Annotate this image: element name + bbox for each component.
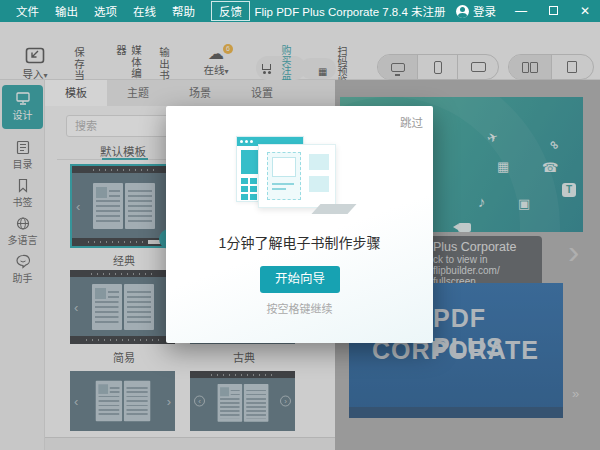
thumb-toolbar-top — [72, 166, 176, 173]
left-sidebar: 设计 目录 书签 多语言 — [0, 80, 45, 450]
template-label-classical: 古典 — [191, 349, 297, 365]
thumb-chevron-left-icon: ‹ — [194, 396, 205, 407]
phone-icon: ☎ — [542, 160, 558, 175]
upload-badge: 6 — [223, 44, 233, 54]
phone-device-icon — [434, 61, 442, 74]
wizard-modal: 跳过 1分钟了解电子书制作步骤 开始向导 按空格键继续 — [166, 106, 433, 343]
image-icon: ▣ — [518, 196, 530, 211]
panel-bottom-strip — [45, 437, 335, 450]
open-book-icon — [522, 62, 538, 73]
tooltip-line: flipbuilder.com/ — [433, 265, 536, 276]
menu-options[interactable]: 选项 — [94, 3, 117, 19]
sidebar-label-assistant: 助手 — [0, 270, 45, 285]
sidebar-label-multilanguage: 多语言 — [0, 232, 45, 247]
thumb-toolbar-bottom — [70, 336, 175, 344]
device-preview-switcher — [377, 54, 499, 80]
text-tool-icon: T — [562, 183, 576, 197]
import-caret-icon: ▾ — [43, 71, 47, 80]
maximize-icon — [549, 6, 558, 15]
menu-bar: 文件 输出 选项 在线 帮助 反馈 — [0, 1, 250, 21]
thumb-book-graphic — [95, 381, 150, 421]
thumb-chevron-left-icon: ‹ — [74, 394, 78, 409]
qr-icon: ▦ — [497, 159, 509, 174]
sidebar-item-design[interactable]: 设计 — [2, 85, 43, 129]
thumb-book-graphic — [217, 384, 268, 422]
window-title: Flip PDF Plus Corporate 7.8.4 未注册 — [240, 3, 460, 19]
cloud-upload-icon: ☁ — [208, 46, 224, 62]
menu-online[interactable]: 在线 — [133, 3, 156, 19]
page-mode-switcher — [508, 54, 594, 80]
desktop-preview-button[interactable] — [378, 55, 418, 79]
qr-code-icon: ▦ — [318, 66, 327, 77]
toc-list-icon — [15, 140, 31, 155]
tab-scenes[interactable]: 场景 — [169, 80, 231, 106]
thumb-chevron-right-icon: › — [167, 394, 171, 409]
bookmark-icon — [15, 178, 31, 193]
template-label-classic: 经典 — [71, 252, 177, 268]
menu-output[interactable]: 输出 — [55, 3, 78, 19]
cover-bottom-band — [349, 407, 563, 418]
sidebar-item-multilanguage[interactable]: 多语言 — [0, 216, 45, 247]
thumb-toolbar-top — [190, 371, 295, 378]
video-camera-icon — [458, 223, 471, 232]
single-page-icon — [567, 61, 577, 73]
titlebar-right: 登录 — ✕ — [456, 0, 592, 22]
last-page-arrow[interactable]: » — [572, 386, 579, 401]
thumb-book-graphic — [93, 183, 155, 229]
thumb-chevron-right-icon: › — [280, 396, 291, 407]
globe-icon — [15, 216, 31, 231]
maximize-button[interactable] — [546, 4, 560, 18]
start-wizard-button[interactable]: 开始向导 — [260, 266, 340, 293]
monitor-icon — [391, 63, 405, 72]
template-thumb-toolbar[interactable]: ‹ › — [190, 371, 295, 431]
import-label-1: 导入 — [22, 68, 43, 80]
link-icon: ∞ — [546, 136, 563, 153]
login-button[interactable]: 登录 — [456, 3, 496, 19]
paper-plane-icon: ✈ — [485, 129, 500, 147]
tab-themes[interactable]: 主题 — [107, 80, 169, 106]
phone-preview-button[interactable] — [418, 55, 458, 79]
tablet-icon — [471, 62, 486, 72]
tooltip-line: ck to view in — [433, 254, 536, 265]
minimize-button[interactable]: — — [514, 4, 528, 18]
thumb-chevron-left-icon: ‹ — [74, 300, 78, 315]
tablet-preview-button[interactable] — [458, 55, 498, 79]
wizard-illustration — [166, 106, 433, 226]
thumb-chevron-left-icon: ‹ — [76, 199, 80, 214]
close-button[interactable]: ✕ — [578, 4, 592, 18]
thumb-book-graphic — [92, 284, 154, 330]
sidebar-item-bookmark[interactable]: 书签 — [0, 178, 45, 209]
single-page-button[interactable] — [552, 55, 594, 79]
illustration-front-window — [258, 144, 336, 208]
app-window: 文件 输出 选项 在线 帮助 反馈 Flip PDF Plus Corporat… — [0, 0, 600, 450]
illustration-fold-shadow — [311, 204, 356, 214]
user-avatar-icon — [456, 5, 469, 18]
sidebar-label-bookmark: 书签 — [0, 194, 45, 209]
sidebar-label-toc: 目录 — [0, 156, 45, 171]
sidebar-item-toc[interactable]: 目录 — [0, 140, 45, 171]
title-bar: 文件 输出 选项 在线 帮助 反馈 Flip PDF Plus Corporat… — [0, 0, 600, 22]
sidebar-item-assistant[interactable]: 助手 — [0, 254, 45, 285]
modal-hint: 按空格键继续 — [166, 300, 433, 316]
modal-headline: 1分钟了解电子书制作步骤 — [166, 232, 433, 252]
next-page-arrow[interactable]: › — [568, 232, 579, 271]
template-thumb-plain[interactable]: ‹ › — [70, 371, 175, 431]
import-pdf-icon — [25, 47, 45, 64]
cart-icon — [262, 64, 271, 70]
toolbar: 导入▾ PDF 保存当前 媒体编辑器 输出书籍 ☁ 6 在线▾ 上传 购买注册码… — [0, 22, 600, 80]
thumb-toolbar-top — [70, 270, 175, 277]
template-thumb-simple[interactable]: ‹ — [70, 270, 175, 344]
upload-label-1: 在线 — [203, 64, 224, 76]
tab-settings[interactable]: 设置 — [231, 80, 293, 106]
sidebar-label-design: 设计 — [2, 107, 43, 122]
template-thumb-classic[interactable]: ‹ ✓ — [70, 164, 178, 248]
tab-templates[interactable]: 模板 — [45, 80, 107, 106]
template-label-simple: 简易 — [71, 349, 177, 365]
chat-bubble-icon — [15, 254, 31, 269]
menu-help[interactable]: 帮助 — [172, 3, 195, 19]
double-page-button[interactable] — [509, 55, 552, 79]
upload-caret-icon: ▾ — [224, 67, 228, 76]
login-label: 登录 — [473, 3, 496, 19]
menu-file[interactable]: 文件 — [16, 3, 39, 19]
section-underline — [102, 158, 148, 160]
